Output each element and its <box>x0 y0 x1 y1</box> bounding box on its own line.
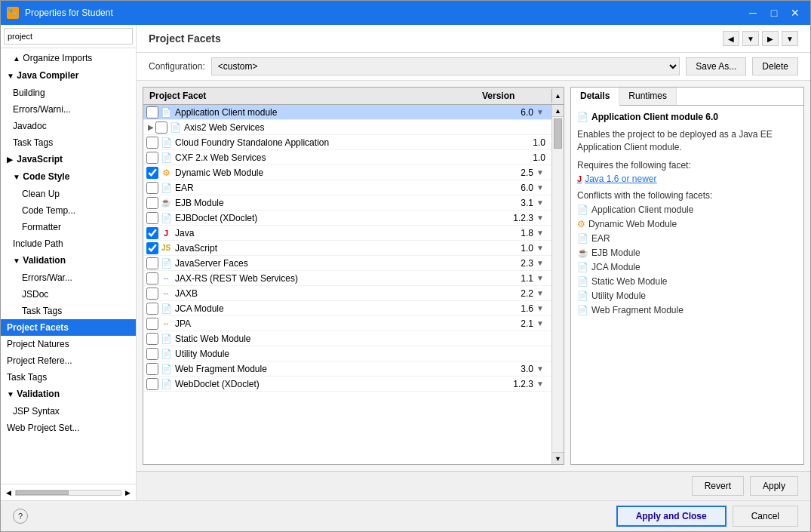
sidebar-item-errors-warnings[interactable]: Errors/Warni... <box>1 101 136 118</box>
back-dropdown-button[interactable]: ▼ <box>742 31 759 46</box>
table-row[interactable]: ↔ JAX-RS (REST Web Services) 1.1 ▼ <box>143 271 551 286</box>
sidebar-item-code-style[interactable]: ▼ Code Style <box>1 168 136 186</box>
facet-checkbox-dynamic-web[interactable] <box>146 167 158 179</box>
sidebar-item-formatter[interactable]: Formatter <box>1 219 136 235</box>
facet-checkbox-jaxrs[interactable] <box>146 272 158 284</box>
sidebar-item-validation[interactable]: ▼ Validation <box>1 386 136 403</box>
scroll-up-button[interactable]: ▲ <box>552 105 564 117</box>
table-row[interactable]: JS JavaScript 1.0 ▼ <box>143 241 551 256</box>
sidebar-item-include-path[interactable]: Include Path <box>1 235 136 252</box>
facet-checkbox-jsf[interactable] <box>146 257 158 269</box>
facet-dropdown-jaxb[interactable]: ▼ <box>536 289 548 297</box>
facet-checkbox-cxf[interactable] <box>146 152 158 164</box>
table-row[interactable]: 📄 JavaServer Faces 2.3 ▼ <box>143 256 551 271</box>
table-row[interactable]: 📄 JCA Module 1.6 ▼ <box>143 301 551 316</box>
facet-checkbox-ear[interactable] <box>146 182 158 194</box>
scroll-down-button[interactable]: ▼ <box>552 452 564 464</box>
sidebar-item-project-references[interactable]: Project Refere... <box>1 352 136 369</box>
tab-details[interactable]: Details <box>571 88 619 106</box>
facet-checkbox-app-client[interactable] <box>146 106 158 118</box>
sidebar-item-validation-js[interactable]: ▼ Validation <box>1 252 136 269</box>
table-row[interactable]: 📄 Application Client module 6.0 ▼ <box>143 105 551 120</box>
minimize-button[interactable]: ─ <box>744 5 762 20</box>
facet-dropdown-ejbdoclet[interactable]: ▼ <box>536 214 548 222</box>
expand-axis2[interactable]: ▶ <box>146 123 155 132</box>
sidebar-item-project-natures[interactable]: Project Natures <box>1 336 136 352</box>
delete-button[interactable]: Delete <box>752 57 798 75</box>
facet-checkbox-jaxb[interactable] <box>146 288 158 300</box>
facet-dropdown-ejb[interactable]: ▼ <box>536 198 548 207</box>
facet-dropdown-web-fragment[interactable]: ▼ <box>536 364 548 373</box>
table-row[interactable]: ☕ EJB Module 3.1 ▼ <box>143 195 551 211</box>
scroll-thumb[interactable] <box>16 490 69 495</box>
facet-checkbox-jpa[interactable] <box>146 318 158 330</box>
facet-dropdown-jpa[interactable]: ▼ <box>536 319 548 328</box>
sidebar-item-web-project-settings[interactable]: Web Project Set... <box>1 420 136 436</box>
scroll-right-button[interactable]: ▶ <box>123 488 133 497</box>
sidebar-item-code-templates[interactable]: Code Temp... <box>1 202 136 219</box>
facet-checkbox-ejb[interactable] <box>146 197 158 209</box>
facet-checkbox-javascript[interactable] <box>146 242 158 254</box>
facet-dropdown-webdoclet[interactable]: ▼ <box>536 380 548 388</box>
sidebar-item-java-compiler[interactable]: ▼ Java Compiler <box>1 67 136 85</box>
facet-checkbox-webdoclet[interactable] <box>146 378 158 390</box>
apply-button[interactable]: Apply <box>750 476 798 496</box>
facet-checkbox-java[interactable] <box>146 227 158 239</box>
facet-checkbox-ejbdoclet[interactable] <box>146 212 158 224</box>
sidebar-item-organize-imports[interactable]: ▲ Organize Imports <box>1 50 136 67</box>
help-button[interactable]: ? <box>13 509 28 524</box>
sidebar-item-javascript[interactable]: ▶ JavaScript <box>1 151 136 168</box>
sidebar-item-errors-warnings2[interactable]: Errors/War... <box>1 269 136 286</box>
maximize-button[interactable]: □ <box>765 5 783 20</box>
facet-dropdown-jsf[interactable]: ▼ <box>536 259 548 267</box>
table-row[interactable]: 📄 CXF 2.x Web Services 1.0 <box>143 150 551 165</box>
facet-dropdown-jca[interactable]: ▼ <box>536 304 548 312</box>
sidebar-item-task-tags[interactable]: Task Tags <box>1 134 136 151</box>
sidebar-item-task-tags3[interactable]: Task Tags <box>1 369 136 386</box>
facet-dropdown-app-client[interactable]: ▼ <box>536 108 548 116</box>
facet-dropdown-javascript[interactable]: ▼ <box>536 244 548 252</box>
table-row[interactable]: J Java 1.8 ▼ <box>143 226 551 241</box>
facet-dropdown-dynamic-web[interactable]: ▼ <box>536 168 548 177</box>
revert-button[interactable]: Revert <box>692 476 744 496</box>
facet-dropdown-java[interactable]: ▼ <box>536 229 548 237</box>
sidebar-item-javadoc[interactable]: Javadoc <box>1 118 136 134</box>
sidebar-item-task-tags2[interactable]: Task Tags <box>1 303 136 319</box>
facet-checkbox-jca[interactable] <box>146 303 158 315</box>
facet-checkbox-utility[interactable] <box>146 348 158 360</box>
table-row[interactable]: 📄 EAR 6.0 ▼ <box>143 180 551 195</box>
facet-dropdown-ear[interactable]: ▼ <box>536 183 548 192</box>
cancel-button[interactable]: Cancel <box>733 506 798 527</box>
back-button[interactable]: ◀ <box>723 31 739 46</box>
table-row[interactable]: 📄 Cloud Foundry Standalone Application 1… <box>143 135 551 150</box>
table-row[interactable]: 📄 Utility Module <box>143 346 551 361</box>
table-row[interactable]: 📄 Static Web Module <box>143 331 551 346</box>
table-row[interactable]: ↔ JPA 2.1 ▼ <box>143 316 551 331</box>
table-row[interactable]: ▶ 📄 Axis2 Web Services <box>143 120 551 135</box>
apply-close-button[interactable]: Apply and Close <box>616 506 727 527</box>
scroll-left-button[interactable]: ◀ <box>4 488 14 497</box>
close-button[interactable]: ✕ <box>786 5 804 20</box>
forward-dropdown-button[interactable]: ▼ <box>782 31 798 46</box>
facet-checkbox-axis2[interactable] <box>155 121 167 134</box>
tab-runtimes[interactable]: Runtimes <box>619 88 677 105</box>
sidebar-item-clean-up[interactable]: Clean Up <box>1 186 136 202</box>
table-row[interactable]: ↔ JAXB 2.2 ▼ <box>143 286 551 301</box>
facet-dropdown-jaxrs[interactable]: ▼ <box>536 274 548 282</box>
table-row[interactable]: 📄 Web Fragment Module 3.0 ▼ <box>143 361 551 377</box>
sidebar-item-building[interactable]: Building <box>1 85 136 101</box>
table-row[interactable]: ⚙ Dynamic Web Module 2.5 ▼ <box>143 165 551 180</box>
scroll-thumb[interactable] <box>554 118 562 149</box>
sidebar-item-project-facets[interactable]: Project Facets <box>1 319 136 336</box>
table-row[interactable]: 📄 WebDoclet (XDoclet) 1.2.3 ▼ <box>143 377 551 392</box>
sidebar-item-jsp-syntax[interactable]: JSP Syntax <box>1 403 136 420</box>
save-as-button[interactable]: Save As... <box>686 57 746 75</box>
facet-checkbox-static-web[interactable] <box>146 333 158 345</box>
table-row[interactable]: 📄 EJBDoclet (XDoclet) 1.2.3 ▼ <box>143 211 551 226</box>
search-input[interactable] <box>4 28 133 45</box>
sidebar-item-jsdoc[interactable]: JSDoc <box>1 286 136 303</box>
facet-checkbox-web-fragment[interactable] <box>146 363 158 375</box>
facet-checkbox-cloud[interactable] <box>146 137 158 149</box>
forward-button[interactable]: ▶ <box>762 31 779 46</box>
config-select[interactable]: <custom> <box>211 57 680 75</box>
